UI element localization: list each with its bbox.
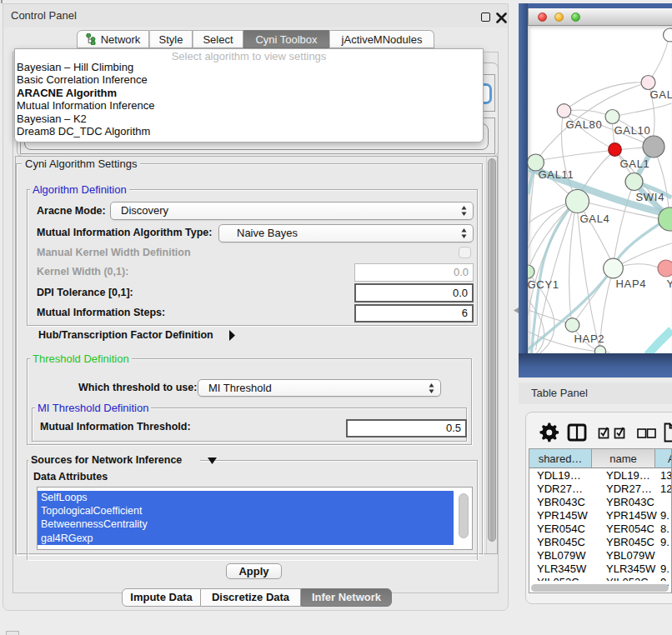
svg-text:HAP4: HAP4 bbox=[616, 278, 647, 290]
svg-text:GCY1: GCY1 bbox=[528, 278, 559, 291]
svg-text:GAL80: GAL80 bbox=[566, 118, 603, 131]
svg-text:GAL11: GAL11 bbox=[539, 168, 574, 181]
svg-text:GAL10: GAL10 bbox=[614, 124, 651, 137]
svg-text:GAL7: GAL7 bbox=[650, 88, 672, 101]
svg-text:GAL1: GAL1 bbox=[620, 158, 650, 170]
svg-text:SWI4: SWI4 bbox=[636, 191, 665, 203]
svg-text:HAP2: HAP2 bbox=[574, 332, 605, 345]
svg-text:GAL4: GAL4 bbox=[580, 212, 610, 225]
svg-text:YJ: YJ bbox=[667, 278, 672, 290]
